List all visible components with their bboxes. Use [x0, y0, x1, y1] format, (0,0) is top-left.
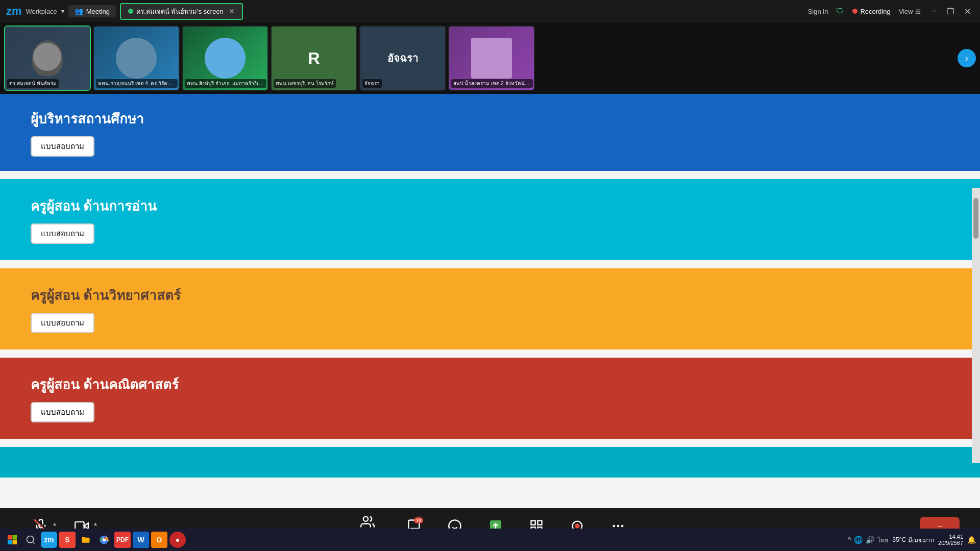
svg-rect-10: [531, 521, 535, 525]
card-admin: ผู้บริหารสถานศึกษา แบบสอบถาม: [0, 94, 980, 171]
slides-app[interactable]: S: [59, 532, 76, 548]
audio-caret[interactable]: ▲: [52, 521, 57, 527]
meeting-tab-label: Meeting: [86, 8, 110, 15]
search-taskbar-btn[interactable]: [22, 532, 39, 548]
rec-dot: [852, 9, 857, 14]
notification-icon[interactable]: 🔔: [967, 536, 976, 544]
word-icon: W: [137, 536, 144, 544]
card-math-btn[interactable]: แบบสอบถาม: [31, 402, 94, 422]
windows-icon: [7, 535, 17, 545]
slides-icon: S: [65, 536, 69, 544]
date-display: 20/9/2567: [938, 540, 963, 546]
orange-icon: O: [157, 536, 162, 544]
card-math-title: ครูผู้สอน ด้านคณิตศาสตร์: [31, 374, 949, 395]
tile-label-2: พพน.กาญจนนรี เขต 4_ดร.วิรัตน์ สิ้นโม: [96, 79, 178, 88]
tile-label-1: ดร.สมเจตน์ พันธ์พรม: [7, 79, 59, 88]
workplace-label: Workplace: [26, 8, 57, 15]
video-caret[interactable]: ▲: [93, 521, 98, 527]
windows-taskbar: zm S PDF W O ● ^ 🌐 🔊 ไทย: [0, 529, 980, 551]
video-tile-6[interactable]: สพป.น้ำสงคราม เขต 2 จังหวัดน่าน สงสาร: [448, 26, 535, 91]
time-display: 14:41: [938, 534, 963, 540]
red-app[interactable]: ●: [169, 532, 186, 548]
start-btn[interactable]: [4, 532, 20, 548]
svg-rect-21: [8, 540, 12, 545]
close-tab-btn[interactable]: ✕: [229, 7, 235, 15]
next-video-btn[interactable]: ›: [958, 49, 976, 67]
svg-point-18: [621, 525, 624, 528]
screen-share-label: ดร.สมเจตน์ พันธ์พรม's screen: [136, 6, 224, 17]
sign-in-btn[interactable]: Sign in: [808, 8, 828, 15]
red-icon: ●: [176, 536, 180, 544]
video-strip: ดร.สมเจตน์ พันธ์พรม พพน.กาญจนนรี เขต 4_ด…: [0, 22, 980, 94]
close-btn[interactable]: ✕: [961, 6, 974, 17]
sound-icon[interactable]: 🔊: [866, 536, 874, 544]
card-reading: ครูผู้สอน ด้านการอ่าน แบบสอบถาม: [0, 179, 980, 260]
card-admin-title: ผู้บริหารสถานศึกษา: [31, 108, 949, 129]
chrome-icon: [99, 535, 109, 545]
screen-share-tab[interactable]: ดร.สมเจตน์ พันธ์พรม's screen ✕: [120, 3, 243, 20]
clock: 14:41 20/9/2567: [938, 534, 963, 546]
card-math: ครูผู้สอน ด้านคณิตศาสตร์ แบบสอบถาม: [0, 358, 980, 439]
files-app[interactable]: [78, 532, 94, 548]
svg-rect-19: [8, 535, 12, 540]
chrome-app[interactable]: [96, 532, 112, 548]
video-tile-4[interactable]: R พพน.เพชรบุรี_คน.โรมรักษ์: [271, 26, 357, 91]
recording-label: Recording: [860, 8, 890, 15]
top-bar-left: zm Workplace ▾ 👥 Meeting ดร.สมเจตน์ พันธ…: [6, 3, 243, 20]
video-tile-2[interactable]: พพน.กาญจนนรี เขต 4_ดร.วิรัตน์ สิ้นโม: [93, 26, 180, 91]
restore-btn[interactable]: ❐: [944, 6, 957, 17]
card-reading-btn[interactable]: แบบสอบถาม: [31, 223, 94, 244]
zoom-logo: zm: [6, 5, 22, 18]
card-admin-btn[interactable]: แบบสอบถาม: [31, 136, 94, 157]
search-icon: [26, 535, 36, 545]
chevron-up-icon[interactable]: ^: [848, 536, 851, 544]
svg-rect-20: [13, 535, 17, 540]
tile-label-3: พพน.สิงห์บุรี อำเภอ_แม่กาพร้างิเดา: [185, 79, 266, 88]
participants-icon: [360, 515, 375, 529]
taskbar-right: ^ 🌐 🔊 ไทย 35°C มีเมฆมาก 14:41 20/9/2567 …: [848, 534, 976, 546]
video-tile-1[interactable]: ดร.สมเจตน์ พันธ์พรม: [4, 26, 91, 91]
tile-label-6: สพป.น้ำสงคราม เขต 2 จังหวัดน่าน สงสาร: [451, 79, 533, 88]
card-science-btn[interactable]: แบบสอบถาม: [31, 313, 94, 333]
svg-point-16: [613, 525, 616, 528]
card-next-preview: [0, 447, 980, 478]
temperature: 35°C: [892, 536, 906, 543]
orange-app[interactable]: O: [151, 532, 167, 548]
shared-screen: ผู้บริหารสถานศึกษา แบบสอบถาม ครูผู้สอน ด…: [0, 94, 980, 508]
svg-point-23: [27, 536, 34, 543]
language-icon[interactable]: ไทย: [877, 535, 888, 545]
zoom-taskbar-icon: zm: [44, 536, 54, 544]
view-btn[interactable]: View ⊞: [899, 8, 921, 15]
scrollbar[interactable]: [972, 188, 980, 463]
view-label: View: [899, 8, 913, 15]
word-app[interactable]: W: [133, 532, 149, 548]
win-controls: − ❐ ✕: [929, 6, 974, 17]
pdf-icon: PDF: [116, 536, 129, 543]
top-bar: zm Workplace ▾ 👥 Meeting ดร.สมเจตน์ พันธ…: [0, 0, 980, 22]
video-tile-3[interactable]: พพน.สิงห์บุรี อำเภอ_แม่กาพร้างิเดา: [182, 26, 268, 91]
top-bar-right: Sign in 🛡 Recording View ⊞ − ❐ ✕: [808, 6, 974, 17]
app-dropdown[interactable]: ▾: [61, 8, 64, 15]
svg-rect-22: [13, 540, 17, 545]
network-icon[interactable]: 🌐: [854, 536, 863, 544]
pdf-app[interactable]: PDF: [114, 532, 131, 548]
svg-rect-11: [538, 521, 542, 525]
svg-point-17: [617, 525, 620, 528]
shield-icon: 🛡: [836, 7, 844, 16]
zoom-taskbar[interactable]: zm: [41, 532, 57, 548]
scrollbar-thumb[interactable]: [973, 198, 978, 239]
tile-label-4: พพน.เพชรบุรี_คน.โรมรักษ์: [274, 79, 336, 88]
folder-icon: [81, 535, 91, 545]
screen-container: ผู้บริหารสถานศึกษา แบบสอบถาม ครูผู้สอน ด…: [0, 94, 980, 508]
minimize-btn[interactable]: −: [929, 6, 940, 17]
tile-label-5: อัจฉรา: [362, 79, 382, 88]
chat-badge: 74: [414, 517, 423, 523]
weather-widget: 35°C มีเมฆมาก: [892, 535, 934, 545]
video-tile-5[interactable]: อัจฉรา อัจฉรา: [359, 26, 446, 91]
svg-line-24: [33, 542, 35, 544]
screen-share-indicator: [128, 9, 133, 14]
card-science-title: ครูผู้สอน ด้านวิทยาศาสตร์: [31, 285, 949, 306]
svg-point-15: [575, 523, 580, 528]
svg-point-5: [363, 517, 368, 521]
meeting-tab[interactable]: 👥 Meeting: [68, 5, 116, 17]
